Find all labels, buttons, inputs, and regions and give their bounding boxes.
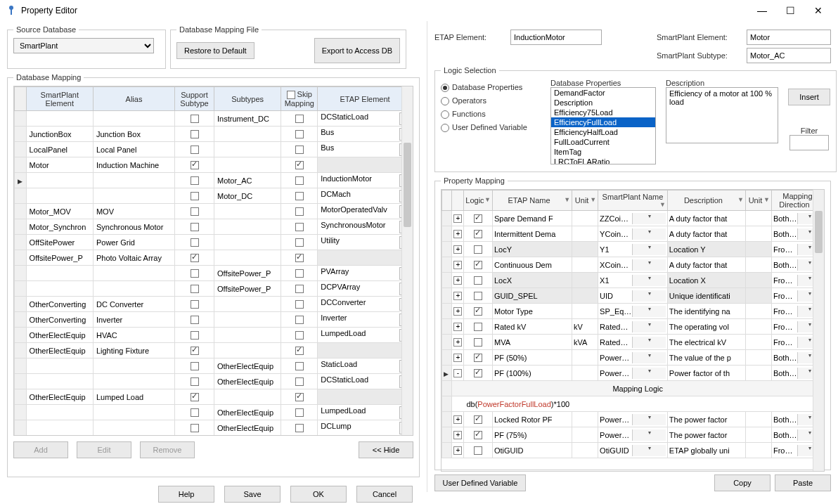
chevron-down-icon[interactable]: ▾ <box>632 275 665 286</box>
expand-icon[interactable]: + <box>453 431 462 439</box>
skip-checkbox[interactable] <box>295 347 304 355</box>
skip-checkbox[interactable] <box>295 176 304 185</box>
ok-button[interactable]: OK <box>290 486 347 503</box>
table-row[interactable]: + PF (75%) PowerFactor7▾ The power facto… <box>442 427 824 443</box>
skip-checkbox[interactable] <box>295 115 304 123</box>
chevron-down-icon[interactable]: ▾ <box>632 228 665 240</box>
skip-checkbox[interactable] <box>295 300 304 309</box>
skip-checkbox[interactable] <box>295 424 304 432</box>
close-button[interactable]: ✕ <box>804 1 832 20</box>
table-row[interactable]: OtherElectEquipLighting Fixture <box>15 343 413 358</box>
col-support-subtype[interactable]: Support Subtype <box>175 87 214 111</box>
export-accessdb-button[interactable]: Export to Access DB <box>314 38 400 63</box>
logic-checkbox[interactable] <box>474 245 482 254</box>
radio-0[interactable] <box>441 84 449 92</box>
skip-checkbox[interactable] <box>295 331 304 340</box>
skip-checkbox[interactable] <box>295 254 304 262</box>
table-row[interactable]: OtherElectEquipLumped Load <box>15 389 413 405</box>
remove-button[interactable]: Remove <box>140 441 195 458</box>
logic-checkbox[interactable] <box>474 369 482 377</box>
expand-icon[interactable]: + <box>453 245 462 254</box>
logic-checkbox[interactable] <box>474 292 482 300</box>
db-props-list[interactable]: DemandFactorDescriptionEfficiency75LoadE… <box>550 87 656 164</box>
logic-checkbox[interactable] <box>474 276 482 285</box>
table-row[interactable]: MotorInduction Machine <box>15 157 413 173</box>
support-checkbox[interactable] <box>191 393 199 401</box>
table-row[interactable]: + MVAkVA RatedApparen▾ The electrical kV… <box>442 335 824 350</box>
chevron-down-icon[interactable]: ▾ <box>632 244 665 255</box>
skip-checkbox[interactable] <box>295 316 304 324</box>
logic-checkbox[interactable] <box>474 261 482 269</box>
col-logic[interactable]: Logic▼ <box>463 190 492 211</box>
cancel-button[interactable]: Cancel <box>356 486 413 503</box>
table-row[interactable]: OtherConvertingInverter Inverter▾ <box>15 312 413 328</box>
table-row[interactable]: Motor_MOVMOV MotorOperatedValv▾ <box>15 204 413 219</box>
logic-checkbox[interactable] <box>474 323 482 331</box>
table-row[interactable]: OtherElectEquip StaticLoad▾ <box>15 358 413 374</box>
table-row[interactable]: Instrument_DC DCStaticLoad▾ <box>15 111 413 127</box>
skip-checkbox[interactable] <box>295 285 304 293</box>
table-row[interactable]: Motor_AC InductionMotor▾ <box>15 173 413 188</box>
support-checkbox[interactable] <box>191 300 199 309</box>
support-checkbox[interactable] <box>191 192 199 200</box>
expand-icon[interactable]: + <box>453 261 462 269</box>
support-checkbox[interactable] <box>191 130 199 138</box>
chevron-down-icon[interactable]: ▾ <box>632 368 665 379</box>
table-row[interactable]: - PF (100%) PowerFactorF▾ Power factor o… <box>442 366 824 381</box>
list-item[interactable]: Description <box>551 98 655 108</box>
db-mapping-table[interactable]: SmartPlant Element Alias Support Subtype… <box>14 86 413 436</box>
chevron-down-icon[interactable]: ▾ <box>632 352 665 363</box>
table-row[interactable]: + LocY Y1▾ Location Y From SPEL▾ <box>442 242 824 257</box>
table-row[interactable]: + OtiGUID OtiGUID▾ ETAP globally uni Fro… <box>442 443 824 458</box>
support-checkbox[interactable] <box>191 408 199 417</box>
table-row[interactable]: + Rated kVkV RatedVoltage▾ The operating… <box>442 319 824 335</box>
radio-1[interactable] <box>441 97 449 105</box>
logic-checkbox[interactable] <box>474 431 482 439</box>
chevron-down-icon[interactable]: ▾ <box>632 429 665 441</box>
skip-checkbox[interactable] <box>295 192 304 200</box>
chevron-down-icon[interactable]: ▾ <box>632 321 665 332</box>
skip-checkbox[interactable] <box>295 238 304 247</box>
chevron-down-icon[interactable]: ▾ <box>632 306 665 317</box>
table-row[interactable]: LocalPanelLocal Panel Bus▾ <box>15 142 413 157</box>
support-checkbox[interactable] <box>191 223 199 231</box>
support-checkbox[interactable] <box>191 269 199 278</box>
user-defined-variable-button[interactable]: User Defined Variable <box>434 474 526 491</box>
copy-button[interactable]: Copy <box>714 474 771 491</box>
table-row[interactable]: + LocX X1▾ Location X From SPEL▾ <box>442 273 824 288</box>
col-unit1[interactable]: Unit▼ <box>572 190 598 211</box>
skip-all-checkbox[interactable] <box>287 91 295 99</box>
logic-checkbox[interactable] <box>474 354 482 362</box>
chevron-down-icon[interactable]: ▾ <box>632 414 665 425</box>
chevron-down-icon[interactable]: ▾ <box>632 337 665 348</box>
table-row[interactable]: Motor_SynchronSynchronous Motor Synchron… <box>15 219 413 235</box>
table-row[interactable]: JunctionBoxJunction Box Bus▾ <box>15 127 413 142</box>
skip-checkbox[interactable] <box>295 161 304 169</box>
skip-checkbox[interactable] <box>295 377 304 386</box>
logic-checkbox[interactable] <box>474 307 482 316</box>
skip-checkbox[interactable] <box>295 393 304 401</box>
table-row[interactable]: + Motor Type SP_Equipmen▾ The identifyin… <box>442 304 824 319</box>
source-db-select[interactable]: SmartPlant <box>13 38 154 53</box>
table-row[interactable]: + Spare Demand F ZZCoincidenc▾ A duty fa… <box>442 211 824 226</box>
support-checkbox[interactable] <box>191 254 199 262</box>
logic-checkbox[interactable] <box>474 415 482 424</box>
support-checkbox[interactable] <box>191 316 199 324</box>
chevron-down-icon[interactable]: ▾ <box>632 445 665 456</box>
restore-default-button[interactable]: Restore to Default <box>176 42 254 59</box>
list-item[interactable]: LRCToFLARatio <box>551 157 655 164</box>
list-item[interactable]: ItemTag <box>551 147 655 157</box>
skip-checkbox[interactable] <box>295 146 304 154</box>
support-checkbox[interactable] <box>191 331 199 340</box>
table-row[interactable]: OffSitePowerPower Grid Utility▾ <box>15 235 413 250</box>
expand-icon[interactable]: + <box>453 292 462 300</box>
support-checkbox[interactable] <box>191 285 199 293</box>
support-checkbox[interactable] <box>191 362 199 370</box>
table-row[interactable]: + Locked Rotor PF PowerFactorA▾ The powe… <box>442 412 824 427</box>
filter-input[interactable] <box>789 135 829 150</box>
expand-icon[interactable]: + <box>453 307 462 316</box>
logic-checkbox[interactable] <box>474 230 482 238</box>
table-row[interactable]: OtherConvertingDC Converter DCConverter▾ <box>15 297 413 312</box>
table-row[interactable]: OtherElectEquip LumpedLoad▾ <box>15 405 413 420</box>
prop-mapping-scrollbar[interactable] <box>813 190 824 471</box>
